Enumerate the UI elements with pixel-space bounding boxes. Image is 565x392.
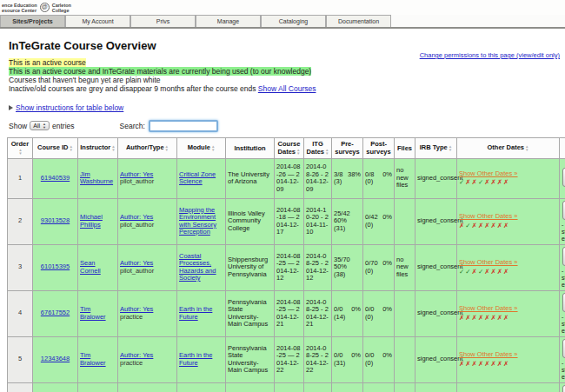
instructor-cell: Tim Bralower (78, 336, 118, 382)
col-header-post-surveys[interactable]: Post-surveys (363, 137, 395, 158)
course-id-link[interactable]: 93013528 (41, 216, 70, 224)
col-header-course-dates[interactable]: Course Dates▲▼ (275, 137, 304, 158)
order-cell: 2 (8, 198, 33, 244)
module-cell: Critical Zone Science (177, 158, 226, 198)
author-type-text: practice (120, 360, 175, 368)
x-icon: ✗ (497, 222, 503, 229)
itg-dates-cell: 2014-08-25 - 2014-12-12 (304, 244, 332, 290)
col-header-course-id[interactable]: Course ID▲▼ (33, 137, 78, 158)
show-entries-select[interactable]: All▲▼ (30, 121, 50, 130)
col-header-other-dates[interactable]: Other Dates▲▼ (457, 137, 560, 158)
author-link[interactable]: Author: Yes (120, 351, 153, 359)
survey-marks: ✗✓✗✗✗✗✗✗ (459, 223, 557, 230)
module-link[interactable]: Earth in the Future (179, 351, 212, 367)
module-link[interactable]: Coastal Processes, Hazards and Society (179, 252, 216, 282)
show-other-dates-link[interactable]: Show Other Dates » (459, 169, 518, 177)
author-type-cell: Author: Yespilot_author (118, 198, 177, 244)
note-extra-text: - unknown students exist (562, 360, 565, 381)
x-icon: ✗ (497, 314, 503, 322)
x-icon: ✗ (472, 360, 478, 368)
legend-active-integrate: This is an active course and InTeGrate m… (9, 67, 311, 76)
order-cell: 5 (8, 336, 33, 382)
instructor-link[interactable]: Sean Cornell (80, 259, 101, 275)
order-cell: 3 (8, 244, 33, 290)
irb-type-cell: signed_consent (415, 158, 457, 198)
show-other-dates-link[interactable]: Show Other Dates » (459, 304, 518, 312)
course-id-cell: 93013528 (33, 198, 78, 244)
notes-cell: NewNote »- unknown students exist (560, 382, 565, 392)
notes-cell: NewNote »- unknown students exist (560, 198, 565, 244)
instructor-link[interactable]: Tim Bralower (80, 351, 106, 367)
itg-dates-cell: 2014-08-25 - 2014-12-22 (304, 336, 332, 382)
course-table-wrap: Order▲▼ Course ID▲▼ Instructor▲▼ Author/… (7, 137, 565, 392)
col-header-itg-dates[interactable]: ITG Dates▲▼ (304, 137, 332, 158)
module-cell: Coastal Processes, Hazards and Society (177, 382, 226, 392)
col-header-pre-surveys[interactable]: Pre-surveys (332, 137, 363, 158)
irb-type-cell: signed_consent (415, 382, 457, 392)
tab-manage[interactable]: Manage (196, 15, 261, 27)
x-icon: ✗ (490, 268, 496, 276)
irb-type-cell: signed_consent (415, 290, 457, 336)
module-link[interactable]: Critical Zone Science (179, 170, 216, 186)
module-link[interactable]: Earth in the Future (179, 305, 212, 321)
sort-icon: ▲▼ (525, 145, 528, 152)
institution-cell: Pennsylvania State University-Main Campu… (226, 336, 275, 382)
search-input[interactable] (149, 120, 218, 132)
course-id-link[interactable]: 12343648 (41, 355, 70, 362)
post-surveys-cell: 0/700%(0) (363, 244, 395, 290)
col-header-institution[interactable]: Institution (226, 137, 275, 158)
instructor-link[interactable]: Jim Washburne (80, 170, 113, 186)
show-other-dates-link[interactable]: Show Other Dates » (459, 350, 518, 358)
files-cell: no new files (395, 158, 415, 198)
table-row: 3 61015395 Sean Cornell Author: Yespilot… (8, 244, 565, 290)
col-header-author-type[interactable]: Author/Type▲▼ (118, 137, 177, 158)
x-icon: ✗ (503, 314, 509, 322)
files-cell (395, 290, 415, 336)
course-id-link[interactable]: 67617552 (41, 309, 70, 316)
change-permissions-link[interactable]: Change permissions to this page (view/ed… (420, 51, 560, 59)
table-row: 2 93013528 Michael Phillips Author: Yesp… (8, 198, 565, 244)
author-link[interactable]: Author: Yes (120, 305, 153, 313)
irb-type-cell: signed_consent (415, 244, 457, 290)
x-icon: ✗ (490, 178, 496, 186)
logo-line1: ence Education (2, 3, 37, 8)
show-other-dates-link[interactable]: Show Other Dates » (459, 212, 518, 220)
course-id-link[interactable]: 61940539 (41, 174, 70, 182)
x-icon: ✗ (490, 360, 496, 368)
course-dates-cell: 2014-08-18 — 2014-12-17 (275, 198, 304, 244)
author-link[interactable]: Author: Yes (120, 259, 153, 267)
table-row: 4 67617552 Tim Bralower Author: Yespract… (8, 290, 565, 336)
instructor-cell: Tim Bralower (78, 382, 118, 392)
col-header-module[interactable]: Module▲▼ (177, 137, 226, 158)
instructor-link[interactable]: Michael Phillips (80, 213, 103, 229)
irb-type-cell: signed_consent (415, 198, 457, 244)
col-header-order[interactable]: Order▲▼ (8, 137, 33, 158)
show-other-dates-link[interactable]: Show Other Dates » (459, 258, 518, 266)
show-all-courses-link[interactable]: Show All Courses (258, 84, 316, 93)
notes-cell: NewNote »- unknown students exist (560, 244, 565, 290)
notes-cell: NewNote » (560, 158, 565, 198)
table-header-row: Order▲▼ Course ID▲▼ Instructor▲▼ Author/… (8, 137, 565, 158)
post-surveys-cell: 0/80%(0) (363, 158, 395, 198)
notes-cell: NewNote »- unknown students exist (560, 290, 565, 336)
author-link[interactable]: Author: Yes (120, 213, 153, 221)
order-cell: 4 (8, 290, 33, 336)
instructor-link[interactable]: Tim Bralower (80, 305, 106, 321)
col-header-notes[interactable]: Notes▲▼ (560, 137, 565, 158)
course-id-link[interactable]: 61015395 (41, 262, 70, 270)
files-cell (395, 382, 415, 392)
institution-cell: Illinois Valley Community College (226, 198, 275, 244)
col-header-irb-type[interactable]: IRB Type▲▼ (415, 137, 457, 158)
show-instructions-toggle[interactable]: Show instructions for table below (16, 103, 123, 112)
tab-my-account[interactable]: My Account (65, 15, 130, 27)
course-id-cell: 61015395 (33, 244, 78, 290)
col-header-files[interactable]: Files (395, 137, 415, 158)
author-type-text: practice (120, 314, 175, 322)
tab-documentation[interactable]: Documentation (326, 15, 391, 27)
tab-privs[interactable]: Privs (130, 15, 196, 27)
tab-cataloging[interactable]: Cataloging (261, 15, 326, 27)
module-link[interactable]: Mapping the Environment with Sensory Per… (179, 206, 216, 236)
table-row: 1 61940539 Jim Washburne Author: Yespilo… (8, 158, 565, 198)
tab-sites-projects[interactable]: Sites/Projects (0, 15, 65, 27)
col-header-instructor[interactable]: Instructor▲▼ (78, 137, 118, 158)
